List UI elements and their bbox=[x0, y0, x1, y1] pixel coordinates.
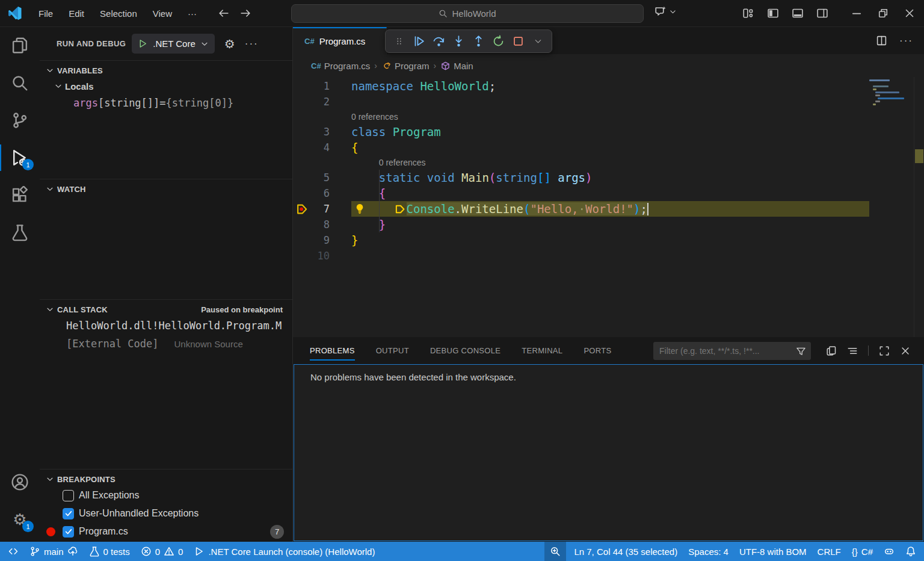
panel-tab-terminal[interactable]: TERMINAL bbox=[522, 337, 562, 364]
status-cursor-position[interactable]: Ln 7, Col 44 (35 selected) bbox=[568, 542, 683, 561]
codelens-references[interactable]: 0 references bbox=[351, 112, 398, 122]
minimize-button[interactable] bbox=[851, 7, 863, 19]
panel-tab-output[interactable]: OUTPUT bbox=[376, 337, 409, 364]
drag-handle-button[interactable] bbox=[389, 31, 409, 51]
stop-button[interactable] bbox=[508, 31, 528, 51]
overview-ruler[interactable] bbox=[914, 77, 924, 337]
restart-button[interactable] bbox=[488, 31, 508, 51]
breadcrumb-file[interactable]: C# Program.cs bbox=[311, 61, 370, 71]
code-line-4[interactable]: 4{ bbox=[293, 140, 924, 155]
call-stack-frame-row[interactable]: HelloWorld.dll!HelloWorld.Program.M bbox=[40, 317, 292, 335]
code-line-5[interactable]: 5 static void Main(string[] args) bbox=[293, 170, 924, 185]
codelens-references[interactable]: 0 references bbox=[379, 158, 426, 167]
code-line-1[interactable]: 1namespace HelloWorld; bbox=[293, 78, 924, 94]
nav-back-icon[interactable] bbox=[218, 7, 230, 19]
breakpoint-current-line-icon[interactable] bbox=[293, 203, 311, 215]
copilot-menu[interactable] bbox=[654, 5, 677, 17]
code-line-2[interactable]: 2 bbox=[293, 94, 924, 110]
status-zoom-indicator[interactable] bbox=[544, 542, 566, 561]
breakpoint-row[interactable]: All Exceptions bbox=[40, 486, 292, 504]
status-language-mode[interactable]: {}C# bbox=[846, 542, 878, 561]
activity-item-testing[interactable] bbox=[0, 214, 40, 251]
menu-view[interactable]: View bbox=[145, 5, 180, 22]
start-debugging-icon[interactable] bbox=[138, 39, 148, 49]
status-test-status[interactable]: 0 tests bbox=[84, 542, 135, 561]
breadcrumb-method[interactable]: Main bbox=[440, 61, 473, 71]
code-editor[interactable]: 1namespace HelloWorld;20 references3clas… bbox=[293, 77, 924, 337]
breakpoints-header[interactable]: BREAKPOINTS bbox=[40, 470, 292, 486]
panel-tab-debug-console[interactable]: DEBUG CONSOLE bbox=[430, 337, 500, 364]
call-stack-header[interactable]: CALL STACK Paused on breakpoint bbox=[40, 300, 292, 317]
status-encoding[interactable]: UTF-8 with BOM bbox=[734, 542, 812, 561]
tab-program-cs[interactable]: C# Program.cs bbox=[293, 27, 387, 54]
activity-item-accounts[interactable] bbox=[0, 463, 40, 501]
code-line-6[interactable]: 6 { bbox=[293, 185, 924, 201]
activity-item-explorer[interactable] bbox=[0, 27, 40, 64]
status-indentation[interactable]: Spaces: 4 bbox=[683, 542, 734, 561]
status-git-branch[interactable]: main bbox=[24, 542, 84, 561]
problems-filter[interactable] bbox=[653, 342, 811, 360]
watch-header[interactable]: WATCH bbox=[40, 179, 292, 196]
launch-config-dropdown[interactable]: .NET Core bbox=[132, 34, 215, 54]
status-problems-counts[interactable]: 00 bbox=[135, 542, 189, 561]
step-over-button[interactable] bbox=[429, 31, 449, 51]
breadcrumb-class[interactable]: Program bbox=[381, 61, 430, 71]
activity-item-settings[interactable]: ⚙1 bbox=[0, 501, 40, 538]
step-out-button[interactable] bbox=[469, 31, 488, 51]
activity-item-search[interactable] bbox=[0, 64, 40, 102]
code-line-3[interactable]: 3class Program bbox=[293, 124, 924, 140]
variables-header[interactable]: VARIABLES bbox=[40, 61, 292, 78]
editor-more-actions-icon[interactable]: ··· bbox=[899, 35, 913, 47]
status-eol-sequence[interactable]: CRLF bbox=[812, 542, 846, 561]
panel-tab-ports[interactable]: PORTS bbox=[584, 337, 611, 364]
debug-toolbar-more-button[interactable] bbox=[528, 31, 548, 51]
menu-file[interactable]: File bbox=[31, 5, 61, 22]
breakpoint-checkbox[interactable] bbox=[63, 526, 74, 538]
debug-settings-gear-icon[interactable]: ⚙ bbox=[224, 38, 235, 50]
panel-tab-problems[interactable]: PROBLEMS bbox=[310, 337, 355, 364]
maximize-panel-icon[interactable] bbox=[879, 346, 890, 356]
activity-item-extensions[interactable] bbox=[0, 176, 40, 214]
toggle-sidebar-left-icon[interactable] bbox=[767, 7, 779, 19]
status-remote-indicator[interactable] bbox=[2, 542, 24, 561]
variable-row-args[interactable]: args [string[]] = {string[0]} bbox=[40, 95, 292, 111]
step-into-button[interactable] bbox=[449, 31, 469, 51]
breakpoint-row[interactable]: Program.cs7 bbox=[40, 522, 292, 541]
code-line-9[interactable]: 9} bbox=[293, 232, 924, 248]
status-debug-launch[interactable]: .NET Core Launch (console) (HelloWorld) bbox=[188, 542, 380, 561]
code-line-10[interactable]: 10 bbox=[293, 248, 924, 264]
view-as-list-icon[interactable] bbox=[847, 346, 858, 356]
code-line-8[interactable]: 8 } bbox=[293, 217, 924, 232]
menu-edit[interactable]: Edit bbox=[61, 5, 92, 22]
split-editor-icon[interactable] bbox=[876, 35, 887, 46]
breadcrumb-label: Main bbox=[454, 61, 473, 71]
activity-item-source-control[interactable] bbox=[0, 102, 40, 139]
toggle-sidebar-right-icon[interactable] bbox=[816, 7, 828, 19]
sidebar-more-actions-icon[interactable]: ··· bbox=[245, 38, 259, 50]
activity-item-run-and-debug[interactable]: 1 bbox=[0, 139, 40, 176]
breakpoint-row[interactable]: User-Unhandled Exceptions bbox=[40, 504, 292, 522]
code-line-7[interactable]: 7 Console.WriteLine("Hello,·World!"); bbox=[293, 201, 924, 217]
minimap[interactable] bbox=[869, 77, 913, 149]
call-stack-external-row[interactable]: [External Code] Unknown Source bbox=[40, 335, 292, 353]
menu-more-menus[interactable]: ··· bbox=[180, 5, 205, 22]
status-copilot-status[interactable] bbox=[878, 542, 900, 561]
locals-scope-row[interactable]: Locals bbox=[40, 78, 292, 95]
close-panel-icon[interactable] bbox=[900, 346, 911, 356]
filter-input[interactable] bbox=[653, 346, 796, 356]
menu-selection[interactable]: Selection bbox=[92, 5, 145, 22]
customize-layout-icon[interactable] bbox=[742, 7, 754, 19]
continue-button[interactable] bbox=[409, 31, 429, 51]
copy-problems-icon[interactable] bbox=[826, 346, 837, 356]
status-notifications-bell[interactable] bbox=[900, 542, 922, 561]
filter-icon[interactable] bbox=[796, 346, 806, 356]
breakpoint-checkbox[interactable] bbox=[63, 490, 74, 501]
breakpoint-checkbox[interactable] bbox=[63, 508, 74, 519]
command-center[interactable]: HelloWorld bbox=[291, 4, 644, 23]
nav-forward-icon[interactable] bbox=[239, 7, 251, 19]
search-icon bbox=[11, 74, 29, 92]
lightbulb-icon[interactable] bbox=[354, 203, 366, 215]
restore-button[interactable] bbox=[877, 7, 889, 19]
toggle-panel-icon[interactable] bbox=[792, 7, 804, 19]
close-button[interactable] bbox=[904, 7, 916, 19]
